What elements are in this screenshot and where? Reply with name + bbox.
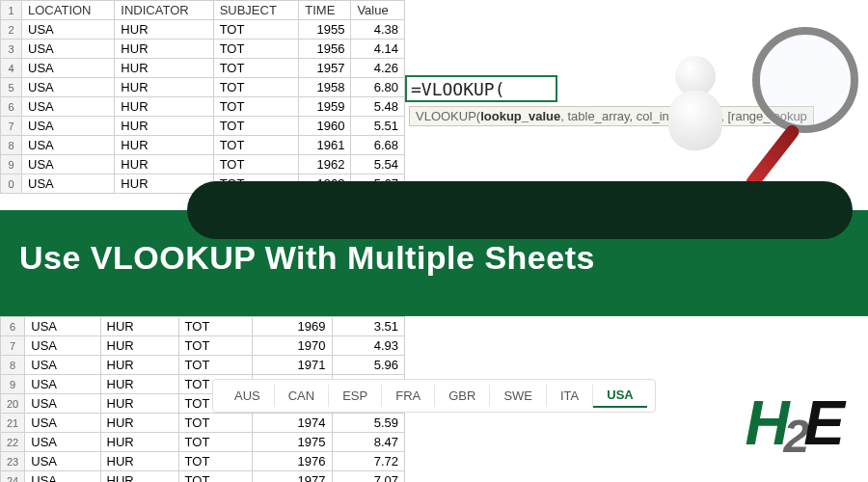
cell[interactable]: TOT bbox=[213, 97, 299, 117]
cell[interactable]: USA bbox=[25, 452, 100, 471]
cell[interactable]: HUR bbox=[115, 78, 213, 97]
cell[interactable]: 1960 bbox=[299, 117, 351, 136]
col-subject[interactable]: SUBJECT bbox=[213, 1, 299, 20]
table-row[interactable]: 23USAHURTOT19767.72 bbox=[1, 452, 405, 471]
cell[interactable]: TOT bbox=[178, 433, 252, 452]
cell[interactable]: 1970 bbox=[252, 336, 332, 356]
cell[interactable]: 5.51 bbox=[351, 117, 405, 136]
cell[interactable]: USA bbox=[25, 317, 100, 336]
sheet-tab-swe[interactable]: SWE bbox=[490, 385, 547, 407]
cell[interactable]: 1976 bbox=[252, 452, 332, 471]
cell[interactable]: USA bbox=[25, 336, 100, 356]
cell[interactable]: HUR bbox=[100, 414, 178, 433]
table-row[interactable]: 6USAHURTOT19595.48 bbox=[1, 97, 405, 117]
cell[interactable]: 1958 bbox=[299, 78, 351, 97]
active-cell-formula[interactable]: =VLOOKUP( bbox=[405, 75, 557, 102]
cell[interactable]: TOT bbox=[178, 414, 252, 433]
cell[interactable]: 1974 bbox=[252, 414, 332, 433]
cell[interactable]: HUR bbox=[115, 97, 213, 117]
cell[interactable]: 5.48 bbox=[351, 97, 405, 117]
table-row[interactable]: 3USAHURTOT19564.14 bbox=[1, 40, 405, 59]
cell[interactable]: HUR bbox=[115, 155, 213, 174]
cell[interactable]: HUR bbox=[100, 336, 178, 356]
cell[interactable]: TOT bbox=[213, 155, 299, 174]
cell[interactable]: TOT bbox=[178, 452, 252, 471]
cell[interactable]: USA bbox=[25, 394, 100, 414]
table-row[interactable]: 8USAHURTOT19616.68 bbox=[1, 136, 405, 155]
cell[interactable]: 5.96 bbox=[332, 356, 405, 375]
cell[interactable]: 1957 bbox=[299, 59, 351, 78]
cell[interactable]: TOT bbox=[213, 117, 299, 136]
table-row[interactable]: 5USAHURTOT19586.80 bbox=[1, 78, 405, 97]
cell[interactable]: 4.38 bbox=[351, 20, 405, 40]
cell[interactable]: 1961 bbox=[299, 136, 351, 155]
cell[interactable]: 6.80 bbox=[351, 78, 405, 97]
cell[interactable]: USA bbox=[25, 375, 100, 394]
data-table-top[interactable]: 1 LOCATION INDICATOR SUBJECT TIME Value … bbox=[0, 0, 405, 194]
cell[interactable]: TOT bbox=[213, 40, 299, 59]
cell[interactable]: 4.93 bbox=[332, 336, 405, 356]
cell[interactable]: 1955 bbox=[299, 20, 351, 40]
cell[interactable]: 1969 bbox=[252, 317, 332, 336]
col-indicator[interactable]: INDICATOR bbox=[115, 1, 213, 20]
cell[interactable]: USA bbox=[22, 97, 115, 117]
cell[interactable]: 7.72 bbox=[332, 452, 405, 471]
cell[interactable]: USA bbox=[22, 59, 115, 78]
cell[interactable]: 5.54 bbox=[351, 155, 405, 174]
cell[interactable]: HUR bbox=[115, 20, 213, 40]
table-row[interactable]: 6USAHURTOT19693.51 bbox=[1, 317, 405, 336]
cell[interactable]: 4.14 bbox=[351, 40, 405, 59]
cell[interactable]: USA bbox=[25, 414, 100, 433]
cell[interactable]: TOT bbox=[213, 59, 299, 78]
sheet-tab-esp[interactable]: ESP bbox=[329, 385, 382, 407]
cell[interactable]: 4.26 bbox=[351, 59, 405, 78]
table-row[interactable]: 8USAHURTOT19715.96 bbox=[1, 356, 405, 375]
cell[interactable]: 1956 bbox=[299, 40, 351, 59]
cell[interactable]: 6.68 bbox=[351, 136, 405, 155]
cell[interactable]: HUR bbox=[115, 136, 213, 155]
cell[interactable]: HUR bbox=[115, 59, 213, 78]
cell[interactable]: HUR bbox=[115, 117, 213, 136]
table-row[interactable]: 7USAHURTOT19704.93 bbox=[1, 336, 405, 356]
sheet-tab-aus[interactable]: AUS bbox=[221, 385, 275, 407]
cell[interactable]: HUR bbox=[115, 40, 213, 59]
cell[interactable]: TOT bbox=[213, 20, 299, 40]
cell[interactable]: 1962 bbox=[299, 155, 351, 174]
cell[interactable]: USA bbox=[22, 40, 115, 59]
cell[interactable]: USA bbox=[25, 356, 100, 375]
cell[interactable]: HUR bbox=[100, 375, 178, 394]
cell[interactable]: 1977 bbox=[252, 471, 332, 483]
sheet-tab-usa[interactable]: USA bbox=[593, 384, 646, 408]
cell[interactable]: TOT bbox=[178, 317, 252, 336]
cell[interactable]: 1975 bbox=[252, 433, 332, 452]
cell[interactable]: USA bbox=[22, 20, 115, 40]
cell[interactable]: USA bbox=[25, 433, 100, 452]
col-time[interactable]: TIME bbox=[299, 1, 351, 20]
cell[interactable]: HUR bbox=[100, 433, 178, 452]
cell[interactable]: USA bbox=[22, 155, 115, 174]
sheet-tab-fra[interactable]: FRA bbox=[382, 385, 435, 407]
cell[interactable]: 1971 bbox=[252, 356, 332, 375]
cell[interactable]: TOT bbox=[213, 136, 299, 155]
cell[interactable]: USA bbox=[22, 174, 115, 194]
table-row[interactable]: 7USAHURTOT19605.51 bbox=[1, 117, 405, 136]
table-row[interactable]: 4USAHURTOT19574.26 bbox=[1, 59, 405, 78]
cell[interactable]: 8.47 bbox=[332, 433, 405, 452]
cell[interactable]: 1959 bbox=[299, 97, 351, 117]
table-row[interactable]: 9USAHURTOT19625.54 bbox=[1, 155, 405, 174]
cell[interactable]: HUR bbox=[100, 452, 178, 471]
cell[interactable]: 7.07 bbox=[332, 471, 405, 483]
cell[interactable]: TOT bbox=[178, 336, 252, 356]
col-location[interactable]: LOCATION bbox=[22, 1, 115, 20]
cell[interactable]: 3.51 bbox=[332, 317, 405, 336]
cell[interactable]: USA bbox=[22, 136, 115, 155]
sheet-tabs[interactable]: AUS CAN ESP FRA GBR SWE ITA USA bbox=[212, 379, 656, 413]
cell[interactable]: HUR bbox=[100, 471, 178, 483]
cell[interactable]: USA bbox=[22, 78, 115, 97]
col-value[interactable]: Value bbox=[351, 1, 405, 20]
cell[interactable]: 5.59 bbox=[332, 414, 405, 433]
cell[interactable]: TOT bbox=[213, 78, 299, 97]
table-row[interactable]: 2USAHURTOT19554.38 bbox=[1, 20, 405, 40]
cell[interactable]: USA bbox=[25, 471, 100, 483]
table-row[interactable]: 22USAHURTOT19758.47 bbox=[1, 433, 405, 452]
